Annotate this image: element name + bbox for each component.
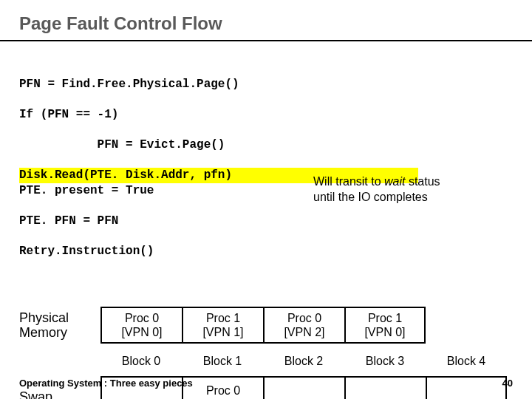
footer-source: Operating System : Three easy pieces — [19, 378, 193, 389]
footer: Operating System : Three easy pieces 40 — [19, 378, 513, 389]
physical-memory-row: PhysicalMemory Proc 0[VPN 0] Proc 1[VPN … — [19, 307, 513, 344]
physical-memory-label: PhysicalMemory — [19, 310, 100, 341]
page-number: 40 — [502, 378, 513, 389]
swap-space-label: SwapSpace — [19, 389, 100, 399]
annotation: Will transit to wait statusuntil the IO … — [313, 174, 440, 205]
mem-cell: Proc 1[VPN 0] — [344, 307, 426, 344]
block-header: Block 4 — [426, 348, 507, 371]
mem-cell: Proc 0[VPN 0] — [100, 307, 182, 344]
mem-cell: Proc 0[VPN 2] — [263, 307, 344, 344]
code-line: PFN = Find.Free.Physical.Page() — [19, 77, 513, 92]
block-header: Block 2 — [263, 348, 344, 371]
code-line: PFN = Evict.Page() — [19, 137, 513, 152]
block-header: Block 3 — [344, 348, 426, 371]
block-header: Block 0 — [100, 348, 182, 371]
block-header-row: Block 0 Block 1 Block 2 Block 3 Block 4 — [19, 348, 513, 371]
code-line: PTE. PFN = PFN — [19, 214, 513, 228]
block-header: Block 1 — [182, 348, 263, 371]
code-line: Retry.Instruction() — [19, 244, 513, 259]
slide-title: Page Fault Control Flow — [19, 13, 513, 34]
mem-cell: Proc 1[VPN 1] — [182, 307, 263, 344]
code-line: If (PFN == -1) — [19, 107, 513, 122]
annotation-wait-word: wait — [384, 175, 405, 188]
title-divider — [0, 40, 532, 41]
